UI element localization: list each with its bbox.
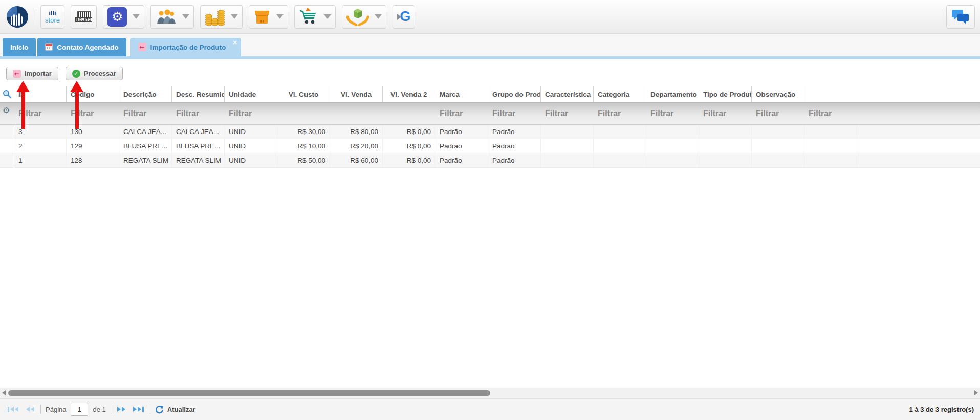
processar-button[interactable]: ✓ Processar — [66, 67, 123, 80]
customers-menu-button[interactable] — [150, 5, 194, 29]
filter-cell-observacao[interactable]: Filtrar — [752, 103, 804, 124]
table-cell[interactable]: UNID — [225, 139, 277, 153]
importar-button[interactable]: ← Importar — [6, 67, 58, 80]
illi-store-button[interactable]: illi store — [40, 5, 64, 29]
column-header-caracteristica[interactable]: Característica — [541, 86, 594, 102]
table-cell[interactable] — [594, 139, 646, 153]
table-cell[interactable] — [594, 153, 646, 167]
column-header-categoria[interactable]: Categoria — [594, 86, 646, 102]
column-header-vl-venda-2[interactable]: Vl. Venda 2 — [383, 86, 435, 102]
table-cell[interactable]: BLUSA PRE... — [172, 139, 225, 153]
next-page-button[interactable] — [116, 405, 127, 414]
table-cell[interactable] — [804, 153, 857, 167]
filter-cell-caracteristica[interactable]: Filtrar — [541, 103, 594, 124]
page-number-input[interactable] — [71, 403, 88, 416]
sales-menu-button[interactable] — [294, 5, 336, 29]
column-header-departamento[interactable]: Departamento — [646, 86, 699, 102]
table-cell[interactable]: R$ 60,00 — [330, 153, 383, 167]
table-cell[interactable]: BLUSA PRE... — [119, 139, 172, 153]
products-menu-button[interactable] — [249, 5, 288, 29]
filter-cell-categoria[interactable]: Filtrar — [594, 103, 646, 124]
chevron-down-icon[interactable] — [182, 14, 189, 19]
table-cell[interactable]: 128 — [67, 153, 119, 167]
tab-importacao-de-produto[interactable]: ← Importação de Produto × — [130, 38, 242, 56]
table-cell[interactable] — [646, 125, 699, 139]
table-cell[interactable]: Padrão — [488, 139, 541, 153]
scrollbar-thumb[interactable] — [8, 390, 490, 396]
table-cell[interactable]: Padrão — [435, 139, 488, 153]
table-cell[interactable]: UNID — [225, 153, 277, 167]
table-cell[interactable] — [541, 125, 594, 139]
finance-menu-button[interactable] — [200, 5, 243, 29]
table-cell[interactable]: R$ 0,00 — [383, 125, 435, 139]
table-row[interactable]: 3130CALCA JEA...CALCA JEA...UNIDR$ 30,00… — [0, 125, 980, 139]
table-cell[interactable]: 1 — [14, 153, 67, 167]
prev-page-button[interactable] — [25, 405, 36, 414]
table-cell[interactable] — [752, 125, 804, 139]
filter-cell-marca[interactable]: Filtrar — [435, 103, 488, 124]
scroll-right-icon[interactable] — [974, 390, 978, 395]
table-cell[interactable]: R$ 10,00 — [277, 139, 330, 153]
table-cell[interactable]: REGATA SLIM — [119, 153, 172, 167]
table-cell[interactable]: CALCA JEA... — [119, 125, 172, 139]
column-header-descricao[interactable]: Descrição — [119, 86, 172, 102]
table-cell[interactable]: Padrão — [435, 125, 488, 139]
chevron-down-icon[interactable] — [375, 14, 382, 19]
horizontal-scrollbar[interactable] — [0, 388, 980, 398]
table-cell[interactable]: UNID — [225, 125, 277, 139]
table-cell[interactable]: Padrão — [488, 125, 541, 139]
filter-cell-tipo-de-produt[interactable]: Filtrar — [699, 103, 752, 124]
column-header-col-15[interactable] — [804, 86, 857, 102]
table-cell[interactable] — [541, 153, 594, 167]
table-cell[interactable] — [699, 125, 752, 139]
filter-cell-desc-resumid[interactable]: Filtrar — [172, 103, 225, 124]
search-icon[interactable] — [3, 90, 12, 99]
table-cell[interactable] — [646, 139, 699, 153]
column-header-grupo-do-prod[interactable]: Grupo do Prod — [488, 86, 541, 102]
column-header-unidade[interactable]: Unidade — [225, 86, 277, 102]
filter-cell-unidade[interactable]: Filtrar — [225, 103, 277, 124]
boleto-button[interactable]: BOLETO — [71, 5, 97, 29]
table-cell[interactable]: R$ 0,00 — [383, 153, 435, 167]
table-cell[interactable]: Padrão — [435, 153, 488, 167]
grid-settings-gear-icon[interactable]: ⚙ — [3, 106, 10, 115]
chevron-down-icon[interactable] — [231, 14, 238, 19]
table-cell[interactable]: 2 — [14, 139, 67, 153]
table-cell[interactable]: Padrão — [488, 153, 541, 167]
tab-inicio[interactable]: Início — [3, 38, 36, 56]
first-page-button[interactable] — [6, 405, 20, 414]
chat-button[interactable] — [946, 5, 975, 29]
filter-cell-grupo-do-prod[interactable]: Filtrar — [488, 103, 541, 124]
sync-button[interactable]: G — [393, 5, 415, 29]
column-header-observacao[interactable]: Observação — [752, 86, 804, 102]
table-cell[interactable] — [752, 153, 804, 167]
table-cell[interactable]: R$ 30,00 — [277, 125, 330, 139]
table-cell[interactable]: REGATA SLIM — [172, 153, 225, 167]
column-header-marca[interactable]: Marca — [435, 86, 488, 102]
table-cell[interactable]: R$ 50,00 — [277, 153, 330, 167]
column-header-tipo-de-produt[interactable]: Tipo de Produt — [699, 86, 752, 102]
chevron-down-icon[interactable] — [324, 14, 331, 19]
column-header-vl-custo[interactable]: Vl. Custo — [277, 86, 330, 102]
settings-menu-button[interactable]: ⚙ — [103, 5, 144, 29]
filter-cell-departamento[interactable]: Filtrar — [646, 103, 699, 124]
table-cell[interactable] — [804, 125, 857, 139]
tab-contato-agendado[interactable]: Contato Agendado — [37, 38, 126, 56]
refresh-button[interactable]: Atualizar — [155, 405, 195, 414]
scroll-left-icon[interactable] — [2, 390, 6, 395]
filter-cell-descricao[interactable]: Filtrar — [119, 103, 172, 124]
delivery-menu-button[interactable] — [342, 5, 386, 29]
table-cell[interactable] — [699, 139, 752, 153]
column-header-vl-venda[interactable]: Vl. Venda — [330, 86, 383, 102]
table-cell[interactable] — [594, 125, 646, 139]
table-cell[interactable]: R$ 0,00 — [383, 139, 435, 153]
table-row[interactable]: 2129BLUSA PRE...BLUSA PRE...UNIDR$ 10,00… — [0, 139, 980, 153]
chevron-down-icon[interactable] — [276, 14, 284, 19]
table-cell[interactable]: 129 — [67, 139, 119, 153]
table-cell[interactable] — [752, 139, 804, 153]
chevron-down-icon[interactable] — [133, 14, 140, 19]
table-cell[interactable] — [541, 139, 594, 153]
close-icon[interactable]: × — [233, 39, 237, 46]
table-cell[interactable]: R$ 80,00 — [330, 125, 383, 139]
table-cell[interactable] — [804, 139, 857, 153]
